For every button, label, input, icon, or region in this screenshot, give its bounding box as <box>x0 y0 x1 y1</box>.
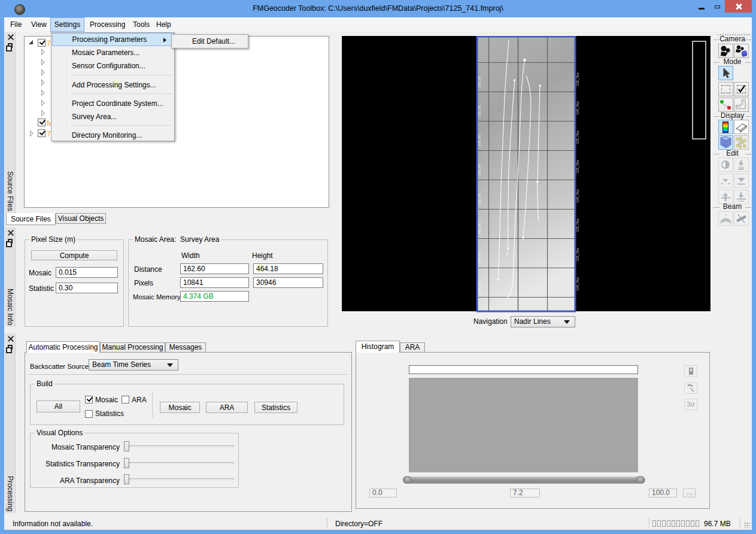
svg-text:7125_741: 7125_741 <box>478 222 481 235</box>
svg-text:7125_741a: 7125_741a <box>576 219 579 232</box>
svg-text:7125_741: 7125_741 <box>478 75 481 88</box>
svg-text:7125_741a: 7125_741a <box>576 72 579 86</box>
svg-text:7125_741: 7125_741 <box>478 134 481 147</box>
svg-text:7125_741a: 7125_741a <box>576 248 579 262</box>
svg-text:7125_741a: 7125_741a <box>576 277 579 291</box>
svg-text:7125_741a: 7125_741a <box>576 131 579 144</box>
svg-text:7125_741a: 7125_741a <box>576 160 579 174</box>
svg-text:7125_741: 7125_741 <box>478 281 481 293</box>
svg-text:7125_741: 7125_741 <box>478 251 481 264</box>
svg-text:7125_741: 7125_741 <box>478 193 481 205</box>
svg-text:7125_741: 7125_741 <box>478 163 481 176</box>
svg-text:7125_741a: 7125_741a <box>576 101 579 115</box>
svg-text:7125_741: 7125_741 <box>478 105 481 117</box>
svg-text:7125_741a: 7125_741a <box>576 189 579 203</box>
